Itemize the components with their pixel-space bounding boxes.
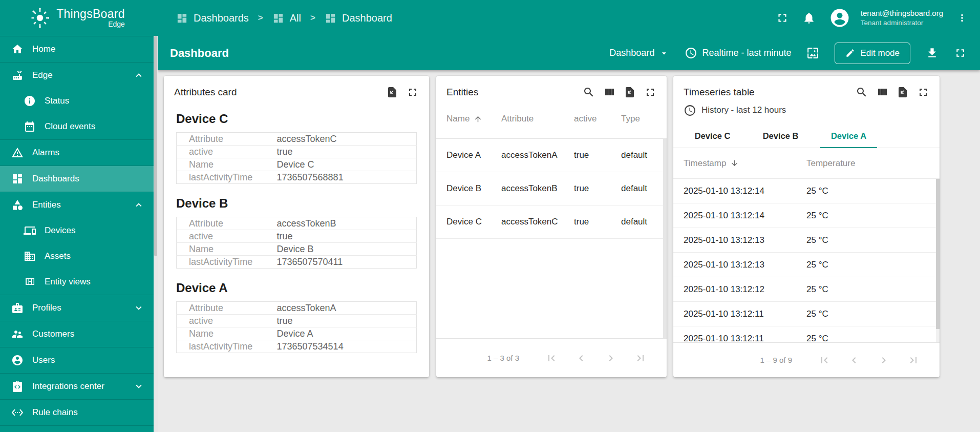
tab-device-c[interactable]: Device C [678, 124, 747, 148]
expand-widget-icon[interactable] [917, 86, 929, 98]
attr-key: Attribute [177, 217, 277, 230]
column-label: Timestamp [684, 158, 726, 169]
timeseries-row[interactable]: 2025-01-10 13:12:13 25 °C [673, 253, 940, 277]
notifications-bell-icon[interactable] [802, 11, 816, 25]
last-page-icon[interactable] [626, 352, 655, 364]
entity-row[interactable]: Device C accessTokenC true default [436, 205, 667, 239]
user-avatar[interactable] [829, 7, 850, 29]
column-header-type[interactable]: Type [621, 114, 656, 124]
device-attributes-section: Device C AttributeaccessTokenC activetru… [176, 112, 417, 184]
timewindow-button[interactable]: Realtime - last minute [685, 47, 791, 59]
sidebar-item-edge[interactable]: Edge [0, 63, 154, 88]
table-row: AttributeaccessTokenC [177, 133, 417, 146]
sidebar-item-cloud-events[interactable]: Cloud events [0, 114, 154, 139]
kebab-menu-icon[interactable] [956, 12, 968, 24]
cell-attribute: accessTokenA [501, 150, 574, 160]
first-page-icon[interactable] [809, 354, 839, 366]
timeseries-row[interactable]: 2025-01-10 13:12:13 25 °C [673, 228, 940, 253]
last-page-icon[interactable] [899, 354, 928, 366]
cell-name: Device A [446, 150, 501, 160]
next-page-icon[interactable] [869, 354, 899, 366]
timeseries-table-widget: Timeseries table [673, 76, 940, 377]
sidebar-item-rule-chains[interactable]: Rule chains [0, 400, 154, 425]
sidebar-item-label: Dashboards [32, 174, 79, 184]
fullscreen-icon[interactable] [954, 47, 967, 59]
account-circle-icon [11, 354, 24, 366]
tab-device-a[interactable]: Device A [815, 124, 883, 148]
dashboard-state-select[interactable]: Dashboard [609, 48, 669, 58]
sidebar-item-entity-views[interactable]: Entity views [0, 269, 154, 295]
attr-value: Device C [277, 158, 417, 171]
prev-page-icon[interactable] [566, 352, 596, 364]
column-header-attribute[interactable]: Attribute [501, 114, 574, 124]
calendar-icon [24, 120, 36, 133]
wallpaper-image-icon[interactable] [806, 47, 819, 59]
column-header-timestamp[interactable]: Timestamp [684, 158, 806, 169]
next-page-icon[interactable] [596, 352, 626, 364]
sidebar-item-alarms[interactable]: Alarms [0, 140, 154, 166]
widget-title: Attributes card [174, 87, 237, 98]
prev-page-icon[interactable] [839, 354, 869, 366]
first-page-icon[interactable] [537, 352, 566, 364]
download-icon[interactable] [926, 47, 939, 59]
attr-value: Device A [277, 327, 417, 340]
search-icon[interactable] [856, 86, 868, 98]
history-label: History - last 12 hours [701, 105, 786, 115]
timeseries-row[interactable]: 2025-01-10 13:12:11 25 °C [673, 302, 940, 326]
sidebar-item-home[interactable]: Home [0, 36, 154, 62]
sidebar-scrollbar-thumb[interactable] [154, 36, 157, 256]
export-widget-icon[interactable] [386, 86, 398, 98]
breadcrumb: Dashboards > All > Dashboard [176, 12, 392, 24]
attr-key: Attribute [177, 302, 277, 315]
warning-icon [11, 147, 24, 159]
tab-device-b[interactable]: Device B [747, 124, 815, 148]
column-header-active[interactable]: active [574, 114, 621, 124]
attr-key: lastActivityTime [177, 340, 277, 353]
timeseries-row[interactable]: 2025-01-10 13:12:11 25 °C [673, 326, 940, 342]
breadcrumb-dashboard[interactable]: Dashboard [325, 12, 392, 24]
fullscreen-icon[interactable] [776, 11, 789, 25]
expand-widget-icon[interactable] [644, 86, 656, 98]
column-header-temperature[interactable]: Temperature [806, 158, 929, 169]
attr-key: active [177, 230, 277, 243]
search-icon[interactable] [583, 86, 595, 98]
columns-icon[interactable] [876, 86, 888, 98]
table-scrollbar-thumb[interactable] [663, 139, 667, 338]
history-timewindow[interactable]: History - last 12 hours [673, 102, 940, 118]
timeseries-row[interactable]: 2025-01-10 13:12:14 25 °C [673, 203, 940, 228]
timeseries-row[interactable]: 2025-01-10 13:12:12 25 °C [673, 277, 940, 302]
sort-arrow-up-icon [474, 115, 482, 124]
timeseries-row[interactable]: 2025-01-10 13:12:14 25 °C [673, 179, 940, 203]
entity-row[interactable]: Device A accessTokenA true default [436, 139, 667, 172]
chevron-up-icon [133, 199, 144, 211]
export-widget-icon[interactable] [624, 86, 636, 98]
breadcrumb-dashboards[interactable]: Dashboards [176, 12, 249, 24]
sidebar-item-profiles[interactable]: Profiles [0, 295, 154, 321]
sidebar-item-assets[interactable]: Assets [0, 243, 154, 269]
entity-row[interactable]: Device B accessTokenB true default [436, 172, 667, 205]
sidebar-item-users[interactable]: Users [0, 347, 154, 373]
columns-icon[interactable] [603, 86, 615, 98]
breadcrumb-all[interactable]: All [272, 12, 301, 24]
cell-name: Device B [446, 183, 501, 194]
sidebar-item-label: Entities [32, 200, 61, 210]
dashboard-toolbar: Dashboard Dashboard Realtime - last minu… [158, 36, 980, 70]
table-scrollbar-thumb[interactable] [936, 179, 940, 329]
sidebar-item-status[interactable]: Status [0, 88, 154, 114]
column-header-name[interactable]: Name [446, 114, 501, 124]
column-label: active [574, 114, 596, 124]
sidebar-item-customers[interactable]: Customers [0, 321, 154, 347]
table-row: activetrue [177, 315, 417, 327]
building-icon [24, 250, 36, 262]
sidebar-item-devices[interactable]: Devices [0, 218, 154, 243]
expand-widget-icon[interactable] [407, 86, 419, 98]
column-label: Type [621, 114, 640, 124]
edit-mode-button[interactable]: Edit mode [835, 43, 910, 64]
sidebar-item-label: Profiles [32, 303, 61, 313]
sidebar-item-dashboards[interactable]: Dashboards [0, 166, 154, 192]
sidebar: Home Edge Status Cloud events [0, 36, 154, 432]
sidebar-item-entities[interactable]: Entities [0, 192, 154, 218]
attr-key: active [177, 146, 277, 158]
sidebar-item-integrations-center[interactable]: Integrations center [0, 374, 154, 399]
export-widget-icon[interactable] [897, 86, 909, 98]
